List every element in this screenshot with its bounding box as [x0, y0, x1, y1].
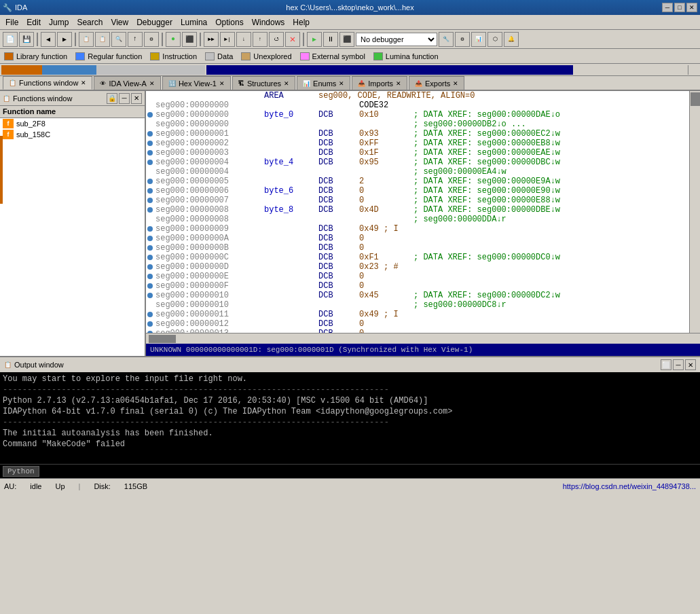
functions-minimize-btn[interactable]: ─ [119, 93, 130, 104]
menu-search[interactable]: Search [73, 16, 107, 29]
functions-close-btn[interactable]: ✕ [131, 93, 142, 104]
tab-exports-close[interactable]: ✕ [453, 80, 458, 87]
menu-bar: File Edit Jump Search View Debugger Lumi… [0, 15, 700, 30]
output-close-btn[interactable]: ✕ [685, 359, 696, 370]
toolbar-new[interactable]: 📄 [3, 32, 18, 47]
tab-enums-close[interactable]: ✕ [339, 80, 344, 87]
progress-nav[interactable] [206, 65, 573, 75]
tab-functions-close[interactable]: ✕ [81, 79, 86, 86]
mnem-19: DCB [318, 272, 359, 281]
output-header: 📋 Output window ⬜ ─ ✕ [0, 357, 700, 372]
functions-lock-btn[interactable]: 🔒 [107, 93, 117, 104]
tab-imports[interactable]: 📥 Imports ✕ [352, 76, 407, 90]
menu-options[interactable]: Options [211, 16, 247, 29]
toolbar-ext6[interactable]: ✕ [285, 32, 300, 47]
tab-hex-close[interactable]: ✕ [219, 80, 225, 87]
toolbar-ext5[interactable]: ⭯ [269, 32, 284, 47]
disasm-scrollbar-v[interactable] [689, 91, 700, 333]
minimize-button[interactable]: ─ [662, 3, 673, 12]
toolbar-btn4[interactable]: ↑ [128, 32, 143, 47]
scrollbar-thumb-v[interactable] [690, 92, 700, 106]
output-line-makecode: Command "MakeCode" failed [3, 439, 697, 450]
menu-edit[interactable]: Edit [22, 16, 45, 29]
tab-hex-view[interactable]: 🔢 Hex View-1 ✕ [162, 76, 231, 90]
toolbar-dbg1[interactable]: 🔧 [439, 32, 454, 47]
tab-ida-close[interactable]: ✕ [149, 80, 155, 87]
toolbar-pause[interactable]: ⏸ [323, 32, 338, 47]
toolbar-ext2[interactable]: ▶| [220, 32, 235, 47]
toolbar-btn5[interactable]: ⚙ [144, 32, 159, 47]
scrollbar-thumb-h[interactable] [149, 335, 176, 343]
disasm-line-7: seg000:00000004 byte_4 DCB 0x95 ; DATA X… [146, 158, 689, 167]
toolbar-stop[interactable]: ⬛ [182, 32, 197, 47]
toolbar-btn2[interactable]: 📋 [95, 32, 110, 47]
toolbar-btn1[interactable]: 📋 [79, 32, 94, 47]
close-button[interactable]: ✕ [686, 3, 697, 12]
toolbar-stop2[interactable]: ⬛ [339, 32, 354, 47]
output-restore-btn[interactable]: ⬜ [661, 359, 671, 370]
tab-functions-window[interactable]: 📋 Functions window ✕ [3, 76, 92, 90]
tab-exports[interactable]: 📤 Exports ✕ [409, 76, 464, 90]
toolbar-ext1[interactable]: ▶▶ [204, 32, 219, 47]
output-title: Output window [14, 361, 64, 369]
toolbar-dbg5[interactable]: 🔔 [504, 32, 519, 47]
output-line-autoanalysis: The initial autoanalysis has been finish… [3, 428, 697, 439]
addr-17: seg000:0000000C [155, 253, 264, 262]
menu-windows[interactable]: Windows [248, 16, 289, 29]
toolbar-ext4[interactable]: ↑ [253, 32, 268, 47]
disasm-line-4: seg000:00000001 DCB 0x93 ; DATA XREF: se… [146, 129, 689, 139]
toolbar-ext3[interactable]: ↓ [236, 32, 251, 47]
tab-structures-label: Structures [247, 79, 281, 88]
menu-file[interactable]: File [1, 16, 22, 29]
addr-20: seg000:0000000F [155, 281, 264, 291]
menu-jump[interactable]: Jump [45, 16, 73, 29]
disasm-line-2: seg000:00000000 byte_0 DCB 0x10 ; DATA X… [146, 110, 689, 120]
function-item-sub2f8[interactable]: f sub_2F8 [0, 118, 145, 129]
dot-23 [147, 312, 153, 317]
toolbar-fwd[interactable]: ▶ [57, 32, 72, 47]
function-item-sub158c[interactable]: f sub_158C [0, 129, 145, 140]
python-input[interactable] [42, 467, 697, 475]
toolbar-dbg2[interactable]: ⚙ [455, 32, 470, 47]
mnem-0: AREA [264, 91, 318, 101]
disasm-content[interactable]: AREA seg000, CODE, READWRITE, ALIGN=0 se… [146, 91, 689, 333]
output-minimize-btn[interactable]: ─ [673, 359, 684, 370]
toolbar-save[interactable]: 💾 [19, 32, 34, 47]
tab-enums[interactable]: 📊 Enums ✕ [297, 76, 350, 90]
functions-panel-header: 📋 Functions window 🔒 ─ ✕ [0, 91, 145, 106]
toolbar-dbg3[interactable]: 📊 [471, 32, 486, 47]
output-sep2: ----------------------------------------… [3, 417, 697, 428]
toolbar-play[interactable]: ▶ [307, 32, 322, 47]
menu-debugger[interactable]: Debugger [132, 16, 177, 29]
toolbar-back[interactable]: ◀ [41, 32, 56, 47]
mnem-2: DCB [318, 110, 359, 120]
restore-button[interactable]: □ [674, 3, 685, 12]
debugger-select[interactable]: No debugger [356, 33, 437, 46]
menu-lumina[interactable]: Lumina [177, 16, 211, 29]
disasm-line-6: seg000:00000003 DCB 0x1F ; DATA XREF: se… [146, 148, 689, 158]
addr-21: seg000:00000010 [155, 291, 264, 300]
operand-6: 0x1F [359, 148, 413, 158]
disasm-scrollbar-h[interactable] [146, 333, 700, 344]
toolbar-btn3[interactable]: 🔍 [111, 32, 126, 47]
addr-10: seg000:00000006 [155, 186, 264, 196]
tab-structures-close[interactable]: ✕ [284, 80, 289, 87]
toolbar-circle[interactable]: ● [166, 32, 181, 47]
output-content[interactable]: You may start to explore the input file … [0, 372, 700, 464]
status-up: Up [55, 482, 65, 490]
menu-view[interactable]: View [107, 16, 132, 29]
tab-ida-view[interactable]: 👁 IDA View-A ✕ [94, 76, 160, 90]
menu-help[interactable]: Help [289, 16, 314, 29]
main-content-area: 📋 Functions window 🔒 ─ ✕ Function name f… [0, 91, 700, 356]
tab-imports-close[interactable]: ✕ [396, 80, 401, 87]
progress-scrollbar[interactable] [688, 65, 699, 75]
function-list: f sub_2F8 f sub_158C [0, 118, 145, 356]
mnem-7: DCB [318, 158, 359, 167]
toolbar-dbg4[interactable]: ⬡ [487, 32, 502, 47]
output-input-area[interactable]: Python [0, 464, 700, 478]
bottom-status-bar: AU: idle Up | Disk: 115GB https://blog.c… [0, 478, 700, 493]
addr-6: seg000:00000003 [155, 148, 264, 158]
tab-hex-label: Hex View-1 [179, 79, 217, 88]
tab-structures[interactable]: 🏗 Structures ✕ [232, 76, 295, 90]
legend-regular: Regular function [75, 52, 142, 60]
